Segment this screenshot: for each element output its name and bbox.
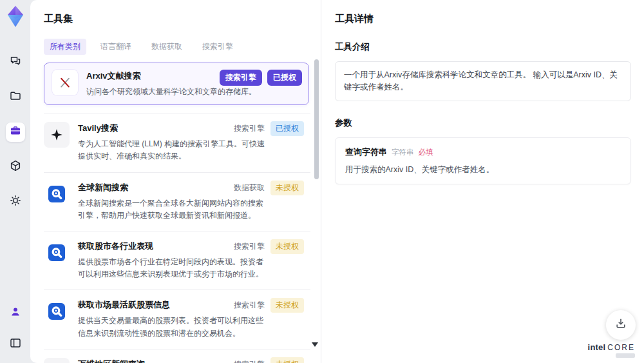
tavily-star-icon	[44, 122, 70, 148]
download-button[interactable]	[606, 310, 636, 340]
magnifier-blue-icon	[44, 240, 70, 266]
param-description: 用于搜索的Arxiv ID、关键字或作者姓名。	[345, 164, 621, 175]
intel-wordmark: intel	[588, 343, 606, 351]
user-icon	[9, 306, 22, 321]
chat-icon	[9, 55, 22, 70]
param-required-badge: 必填	[419, 148, 433, 157]
sidebar-item-chat[interactable]	[6, 53, 25, 72]
tool-card-arxiv[interactable]: Arxiv文献搜索 访问各个研究领域大量科学论文和文章的存储库。 搜索引擎 已授…	[44, 63, 309, 105]
category-label: 搜索引擎	[234, 239, 265, 254]
sidebar	[0, 0, 30, 363]
status-badge-unauthorized: 未授权	[270, 298, 304, 313]
tool-card-active-stocks[interactable]: 获取市场最活跃股票信息 提供当天交易量最高的股票列表。投资者可以利用这些信息来识…	[44, 290, 310, 349]
params-heading: 参数	[335, 117, 631, 129]
arxiv-logo-icon	[52, 70, 78, 95]
parameter-card: 查询字符串 字符串 必填 用于搜索的Arxiv ID、关键字或作者姓名。	[335, 137, 631, 184]
scroll-down-arrow-icon[interactable]	[312, 342, 318, 347]
tab-all-categories[interactable]: 所有类别	[44, 39, 86, 55]
folder-icon	[9, 90, 22, 105]
sidebar-item-files[interactable]	[6, 88, 25, 107]
cube-icon	[9, 159, 22, 175]
tool-list: Arxiv文献搜索 访问各个研究领域大量科学论文和文章的存储库。 搜索引擎 已授…	[44, 63, 310, 363]
intro-text: 一个用于从Arxiv存储库搜索科学论文和文章的工具。 输入可以是Arxiv ID…	[335, 61, 631, 101]
intel-core-logo: intel core	[588, 343, 635, 358]
category-label: 搜索引擎	[234, 121, 265, 136]
tool-card-tavily[interactable]: Tavily搜索 专为人工智能代理 (LLM) 构建的搜索引擎工具。可快速提供实…	[44, 113, 310, 172]
param-type: 字符串	[392, 148, 414, 157]
tool-name: 万维地区新闻查询	[78, 358, 256, 363]
core-wordmark: core	[607, 344, 635, 351]
category-label: 搜索引擎	[234, 298, 265, 313]
tool-description: 专为人工智能代理 (LLM) 构建的搜索引擎工具。可快速提供实时、准确和真实的结…	[78, 138, 266, 162]
tab-search-engine[interactable]: 搜索引擎	[196, 39, 239, 55]
app-logo-icon	[4, 4, 27, 30]
tool-card-sector-performance[interactable]: 获取股市各行业表现 提供股票市场各个行业在特定时间段内的表现。投资者可以利用这些…	[44, 231, 310, 290]
sidebar-item-collapse[interactable]	[6, 335, 25, 354]
tool-description: 访问各个研究领域大量科学论文和文章的存储库。	[86, 86, 256, 98]
detail-title: 工具详情	[335, 13, 631, 25]
category-label: 数据获取	[234, 181, 265, 195]
tool-description: 提供当天交易量最高的股票列表。投资者可以利用这些信息来识别流动性强的股票和潜在的…	[78, 315, 266, 339]
download-icon	[614, 317, 627, 333]
magnifier-blue-icon	[44, 299, 70, 324]
intro-heading: 工具介绍	[335, 41, 631, 53]
tool-detail-pane: 工具详情 工具介绍 一个用于从Arxiv存储库搜索科学论文和文章的工具。 输入可…	[321, 0, 644, 363]
scrollbar-thumb[interactable]	[314, 59, 319, 179]
category-tabs: 所有类别 语言翻译 数据获取 搜索引擎	[44, 39, 321, 55]
status-badge-authorized[interactable]: 已授权	[267, 70, 302, 86]
sidebar-item-account[interactable]	[6, 304, 25, 323]
tool-list-pane: 工具集 所有类别 语言翻译 数据获取 搜索引擎 Arxiv文献搜索 访问各个研究…	[30, 0, 321, 363]
toolbox-icon	[9, 124, 22, 140]
newspaper-icon	[44, 358, 70, 363]
ultra-mark	[616, 353, 635, 358]
sidebar-item-settings[interactable]	[6, 192, 25, 211]
sidebar-item-packages[interactable]	[6, 157, 25, 177]
status-badge-unauthorized: 未授权	[270, 357, 304, 363]
magnifier-blue-icon	[44, 181, 70, 207]
settings-icon	[9, 194, 22, 210]
status-badge-authorized: 已授权	[270, 121, 304, 136]
tool-description: 全球新闻搜索是一个聚合全球各大新闻网站内容的搜索引擎，帮助用户快速获取全球最新资…	[78, 197, 266, 222]
category-badge[interactable]: 搜索引擎	[220, 70, 262, 86]
tab-translation[interactable]: 语言翻译	[95, 39, 137, 55]
param-name: 查询字符串	[345, 146, 387, 158]
status-badge-unauthorized: 未授权	[270, 239, 304, 254]
tool-description: 提供股票市场各个行业在特定时间段内的表现。投资者可以利用这些信息来识别表现优于或…	[78, 256, 266, 280]
sidebar-item-tools[interactable]	[6, 123, 25, 142]
status-badge-unauthorized: 未授权	[270, 181, 304, 195]
tool-card-regional-news[interactable]: 万维地区新闻查询 查询具体行政区划内的新闻，快速了解各地新闻动态 搜索引擎 未授…	[44, 349, 310, 363]
panel-toggle-icon	[9, 337, 22, 352]
tool-card-global-news[interactable]: 全球新闻搜索 全球新闻搜索是一个聚合全球各大新闻网站内容的搜索引擎，帮助用户快速…	[44, 173, 310, 231]
category-label: 搜索引擎	[234, 357, 265, 363]
page-title: 工具集	[44, 13, 321, 25]
tab-data-fetch[interactable]: 数据获取	[146, 39, 188, 55]
content-area: 工具集 所有类别 语言翻译 数据获取 搜索引擎 Arxiv文献搜索 访问各个研究…	[30, 0, 644, 363]
